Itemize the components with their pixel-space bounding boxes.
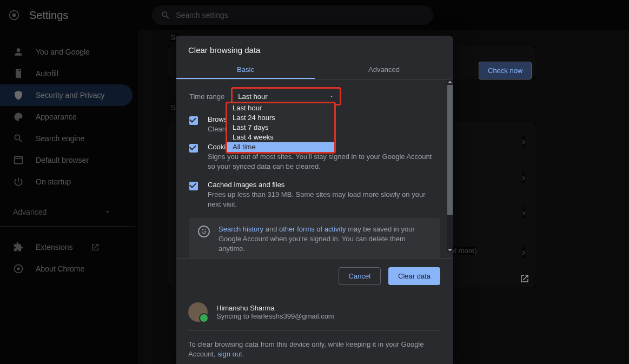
check-now-button[interactable]: Check now — [479, 62, 532, 80]
person-icon — [13, 47, 24, 57]
palette-icon — [13, 111, 24, 122]
clear-data-button[interactable]: Clear data — [388, 267, 440, 285]
notice-text: and — [263, 225, 279, 233]
chevron-right-icon: › — [522, 207, 525, 219]
time-range-value: Last hour — [238, 92, 267, 101]
option-title: Cached images and files — [208, 181, 440, 189]
google-account-notice: G Search history and other forms of acti… — [189, 218, 440, 258]
nav-label: You and Google — [36, 48, 90, 56]
time-option-last-24-hours[interactable]: Last 24 hours — [227, 113, 334, 123]
dropdown-arrow-icon — [329, 94, 334, 99]
time-option-last-hour[interactable]: Last hour — [227, 103, 334, 113]
nav-you-and-google[interactable]: You and Google — [0, 41, 133, 63]
nav-label: Advanced — [13, 208, 47, 216]
scrollbar[interactable] — [447, 80, 453, 253]
divider — [0, 226, 135, 227]
sign-out-link[interactable]: sign out — [217, 350, 242, 358]
tab-advanced[interactable]: Advanced — [315, 60, 453, 79]
nav-label: On startup — [36, 177, 71, 186]
nav-default-browser[interactable]: Default browser — [0, 149, 133, 171]
nav-label: Default browser — [36, 156, 89, 164]
nav-extensions[interactable]: Extensions — [0, 236, 124, 258]
nav-security-privacy[interactable]: Security and Privacy — [0, 84, 133, 106]
app-title: Settings — [29, 9, 68, 22]
search-history-link[interactable]: Search history — [219, 225, 263, 233]
avatar — [188, 302, 208, 322]
nav-autofill[interactable]: Autofill — [0, 63, 133, 84]
nav-label: About Chrome — [36, 264, 84, 273]
other-activity-link[interactable]: other forms of activity — [279, 225, 346, 233]
scroll-down-icon[interactable] — [448, 249, 452, 252]
scroll-up-icon[interactable] — [448, 81, 452, 83]
svg-point-5 — [17, 268, 20, 270]
open-external-icon — [91, 243, 100, 252]
chevron-right-icon: › — [522, 136, 525, 147]
nav-search-engine[interactable]: Search engine — [0, 128, 133, 149]
cancel-button[interactable]: Cancel — [339, 267, 381, 285]
nav-appearance[interactable]: Appearance — [0, 106, 133, 128]
shield-icon — [13, 90, 24, 101]
option-title: Browsi — [208, 115, 229, 123]
section-heading: S — [170, 103, 175, 112]
account-row: Himanshu Sharma Syncing to fearlesshs399… — [176, 294, 453, 330]
time-range-dropdown: Last hour Last 24 hours Last 7 days Last… — [227, 103, 335, 153]
search-settings[interactable]: Search settings — [152, 5, 433, 25]
time-option-last-7-days[interactable]: Last 7 days — [227, 123, 334, 133]
checkbox-cookies[interactable] — [189, 144, 198, 153]
extension-icon — [13, 242, 24, 253]
checkbox-browsing-history[interactable] — [189, 116, 198, 125]
svg-point-1 — [12, 14, 16, 17]
open-external-icon — [520, 274, 529, 283]
chevron-right-icon: › — [522, 247, 525, 258]
option-desc: Signs you out of most sites. You'll stay… — [208, 152, 440, 171]
text-fragment: d more) — [453, 247, 477, 255]
nav-label: Extensions — [36, 243, 72, 252]
search-icon — [13, 133, 24, 144]
chevron-down-icon — [104, 208, 111, 216]
footnote-text: . — [242, 350, 244, 358]
nav-advanced[interactable]: Advanced — [0, 208, 124, 216]
time-range-label: Time range — [189, 92, 224, 101]
chrome-icon — [13, 263, 24, 274]
nav-label: Appearance — [36, 112, 77, 121]
browser-icon — [13, 155, 24, 166]
time-range-select[interactable]: Last hour — [232, 88, 340, 104]
power-icon — [13, 176, 24, 187]
option-desc: Clears — [208, 124, 229, 134]
nav-label: Security and Privacy — [36, 91, 105, 100]
clipboard-icon — [13, 68, 24, 79]
chevron-right-icon: › — [522, 172, 525, 183]
nav-label: Autofill — [36, 69, 58, 78]
checkbox-cached[interactable] — [189, 182, 198, 190]
time-option-all-time[interactable]: All time — [227, 142, 334, 152]
account-name: Himanshu Sharma — [216, 304, 334, 312]
tab-basic[interactable]: Basic — [176, 60, 315, 79]
search-placeholder: Search settings — [176, 11, 228, 19]
dialog-title: Clear browsing data — [176, 36, 453, 60]
google-g-icon: G — [198, 226, 210, 237]
nav-label: Search engine — [36, 134, 84, 143]
search-icon — [161, 10, 170, 20]
nav-about-chrome[interactable]: About Chrome — [0, 258, 133, 280]
account-sync-status: Syncing to fearlesshs399@gmail.com — [216, 312, 334, 320]
scroll-thumb[interactable] — [447, 85, 453, 215]
chrome-icon — [9, 10, 19, 21]
nav-on-startup[interactable]: On startup — [0, 171, 133, 193]
time-option-last-4-weeks[interactable]: Last 4 weeks — [227, 133, 334, 142]
option-desc: Frees up less than 319 MB. Some sites ma… — [208, 190, 440, 209]
clear-browsing-data-dialog: Clear browsing data Basic Advanced Time … — [176, 36, 453, 364]
footnote: To clear browsing data from this device … — [176, 331, 453, 364]
svg-rect-2 — [15, 156, 23, 163]
